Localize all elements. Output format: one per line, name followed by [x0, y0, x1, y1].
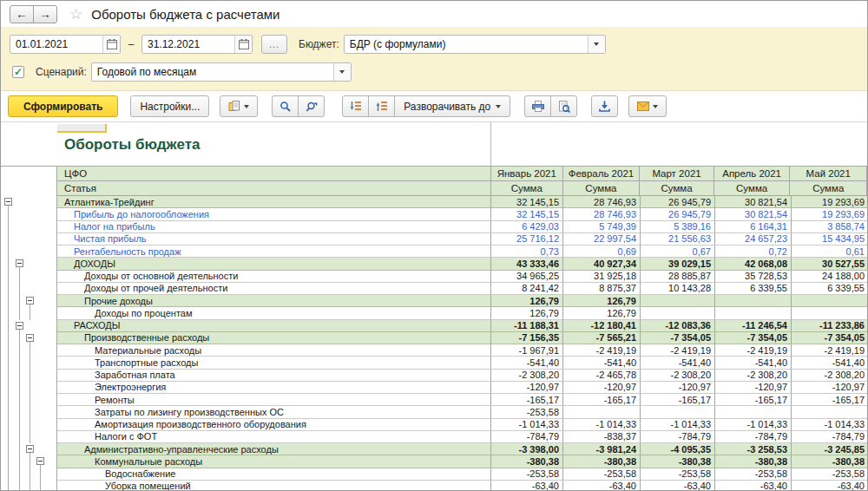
row-value[interactable]: 126,79	[491, 295, 563, 307]
scenario-dropdown-button[interactable]	[333, 63, 351, 81]
row-value[interactable]: -7 156,35	[491, 332, 563, 344]
row-value[interactable]: 25 716,12	[491, 233, 563, 245]
send-email-button[interactable]	[628, 95, 667, 117]
row-label[interactable]: Материальные расходы	[57, 344, 491, 357]
row-value[interactable]: -7 354,05	[641, 332, 715, 344]
calendar-icon[interactable]	[102, 36, 120, 53]
report-row[interactable]: Ремонты-165,17-165,17-165,17-165,17-165,…	[1, 394, 867, 406]
row-value[interactable]: -7 354,05	[715, 332, 792, 344]
date-to-value[interactable]: 31.12.2021	[142, 38, 234, 50]
row-value[interactable]: 24 188,00	[792, 271, 867, 283]
preview-button[interactable]	[550, 95, 577, 117]
row-value[interactable]: 31 925,18	[563, 271, 641, 283]
row-label[interactable]: Производственные расходы	[57, 332, 491, 344]
row-value[interactable]: -380,38	[792, 455, 867, 468]
report-row[interactable]: Затраты по лизингу производственных ОС-2…	[1, 406, 867, 418]
row-value[interactable]: 5 389,16	[641, 221, 715, 233]
row-value[interactable]: 6 429,03	[491, 221, 563, 233]
row-value[interactable]: -541,40	[641, 357, 715, 369]
row-value[interactable]: 28 746,93	[563, 208, 641, 220]
row-value[interactable]: 126,79	[491, 307, 563, 319]
row-value[interactable]: -120,97	[563, 382, 641, 394]
row-value[interactable]: -120,97	[491, 382, 563, 394]
row-value[interactable]: 24 657,23	[715, 233, 792, 245]
row-value[interactable]: 10 143,28	[641, 283, 715, 295]
report-row[interactable]: Уборка помещений-63,40-63,40-63,40-63,40…	[1, 481, 867, 490]
date-from-field[interactable]: 01.01.2021	[10, 35, 121, 54]
row-label[interactable]: Водоснабжение	[57, 468, 491, 481]
report-row[interactable]: Транспортные расходы-541,40-541,40-541,4…	[1, 357, 867, 369]
article-header[interactable]: Статья	[57, 181, 491, 196]
row-value[interactable]	[641, 406, 715, 418]
row-label[interactable]: Прибыль до налогообложения	[57, 208, 491, 220]
row-value[interactable]: 30 527,55	[792, 258, 867, 270]
report-row[interactable]: Амортизация производственного оборудован…	[1, 419, 867, 431]
row-value[interactable]: -2 308,20	[792, 370, 867, 382]
scenario-value[interactable]: Годовой по месяцам	[92, 66, 333, 78]
favorite-star-icon[interactable]: ☆	[69, 7, 82, 22]
row-value[interactable]: 6 339,55	[715, 283, 792, 295]
row-value[interactable]: -165,17	[563, 394, 641, 406]
amount-header[interactable]: Сумма	[714, 181, 791, 196]
report-row[interactable]: Прибыль до налогообложения32 145,1528 74…	[1, 208, 867, 220]
row-value[interactable]: -165,17	[641, 394, 715, 406]
report-row[interactable]: Электроэнергия-120,97-120,97-120,97-120,…	[1, 382, 867, 394]
month-header[interactable]: Май 2021	[790, 167, 867, 181]
report-row[interactable]: Административно-управленческие расходы-3…	[1, 443, 867, 455]
collapse-toggle-icon[interactable]	[16, 259, 23, 267]
row-value[interactable]: -2 308,20	[641, 370, 715, 382]
row-value[interactable]: -63,40	[792, 481, 867, 490]
print-button[interactable]	[524, 95, 551, 117]
row-value[interactable]: -7 354,05	[792, 332, 867, 344]
row-value[interactable]: 19 293,69	[792, 208, 867, 220]
grouping-header-cell[interactable]	[57, 124, 107, 133]
report-row[interactable]: Налог на прибыль6 429,035 749,395 389,16…	[1, 221, 867, 233]
row-value[interactable]: -12 083,36	[641, 320, 715, 332]
save-button[interactable]	[591, 95, 618, 117]
row-value[interactable]	[715, 406, 792, 418]
row-value[interactable]: 6 339,55	[792, 283, 867, 295]
report-variants-button[interactable]	[220, 95, 258, 117]
search-button[interactable]	[272, 95, 299, 117]
row-label[interactable]: Электроэнергия	[57, 382, 491, 394]
row-value[interactable]	[641, 295, 715, 307]
budget-dropdown-button[interactable]	[588, 36, 605, 53]
row-value[interactable]: -3 258,53	[715, 443, 792, 455]
row-label[interactable]: Амортизация производственного оборудован…	[57, 419, 491, 431]
search-next-button[interactable]	[298, 95, 325, 117]
cfo-header[interactable]: ЦФО	[57, 167, 491, 181]
scenario-combo[interactable]: Годовой по месяцам	[91, 62, 352, 82]
row-label[interactable]: Коммунальные расходы	[57, 455, 491, 468]
budget-combo[interactable]: БДР (с формулами)	[344, 35, 606, 54]
row-value[interactable]: -63,40	[641, 481, 715, 490]
row-label[interactable]: Рентабельность продаж	[57, 245, 491, 258]
row-value[interactable]: -2 308,20	[491, 370, 563, 382]
date-from-value[interactable]: 01.01.2021	[10, 38, 102, 50]
row-value[interactable]: -11 188,31	[491, 320, 563, 332]
forward-button[interactable]: →	[33, 5, 57, 23]
row-value[interactable]: -1 014,33	[491, 419, 563, 431]
row-label[interactable]: Доходы по процентам	[57, 307, 491, 319]
row-value[interactable]: -253,58	[563, 468, 641, 481]
row-value[interactable]: -380,38	[715, 455, 792, 468]
row-label[interactable]: ДОХОДЫ	[57, 258, 491, 270]
row-value[interactable]: 34 965,25	[491, 271, 563, 283]
row-value[interactable]: -541,40	[563, 357, 641, 369]
row-label[interactable]: Прочие доходы	[57, 295, 491, 307]
row-value[interactable]: -3 245,85	[792, 443, 867, 455]
row-value[interactable]: -1 014,33	[641, 419, 715, 431]
row-value[interactable]: -784,79	[792, 431, 867, 443]
month-header[interactable]: Январь 2021	[491, 167, 563, 181]
collapse-toggle-icon[interactable]	[16, 322, 23, 330]
row-value[interactable]: -2 465,78	[563, 370, 641, 382]
generate-button[interactable]: Сформировать	[8, 95, 118, 117]
row-value[interactable]: 26 945,79	[641, 208, 715, 220]
report-row[interactable]: Водоснабжение-253,58-253,58-253,58-253,5…	[1, 468, 867, 481]
row-label[interactable]: Административно-управленческие расходы	[57, 443, 491, 455]
row-value[interactable]	[641, 307, 715, 319]
row-value[interactable]: -784,79	[715, 431, 792, 443]
row-value[interactable]: -253,58	[641, 468, 715, 481]
row-value[interactable]: -11 233,86	[792, 320, 867, 332]
row-value[interactable]: 42 068,08	[715, 258, 792, 270]
row-value[interactable]	[792, 307, 867, 319]
